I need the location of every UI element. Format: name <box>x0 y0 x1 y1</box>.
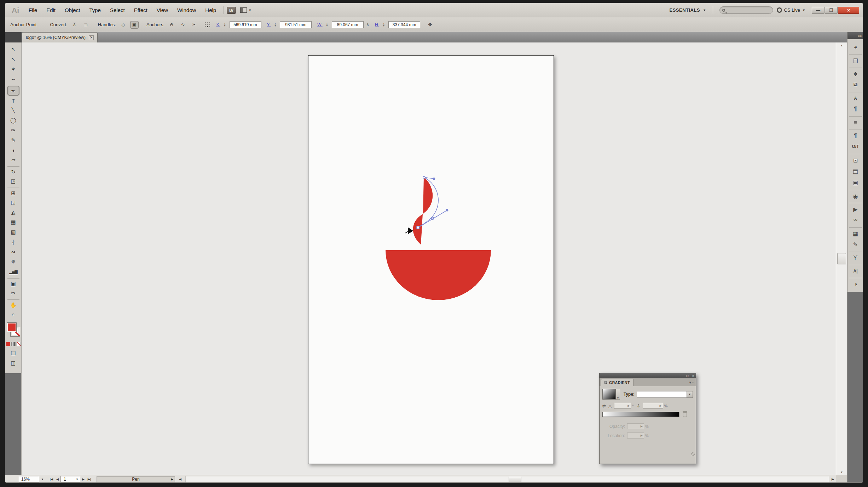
paintbrush-tool[interactable]: ✑ <box>7 125 19 135</box>
artboards-panel-icon[interactable]: ⧉ <box>849 79 862 90</box>
appearance-panel-icon[interactable]: A <box>849 92 862 103</box>
fill-swatch[interactable] <box>7 323 16 332</box>
ellipse-tool[interactable]: ◯ <box>7 115 19 125</box>
type-tool[interactable]: T <box>7 96 19 105</box>
artboard-tool[interactable]: ▣ <box>7 278 19 288</box>
y-field[interactable]: 931.51 mm <box>280 21 312 28</box>
panel-menu-icon[interactable]: ▼≡ <box>689 381 696 384</box>
gradient-tab[interactable]: GRADIENT <box>601 379 633 386</box>
first-artboard-button[interactable]: |◀ <box>48 476 54 482</box>
gradient-preset-dropdown[interactable]: ▼ <box>616 389 620 400</box>
rotate-tool[interactable]: ↻ <box>7 166 19 176</box>
convert-to-smooth-button[interactable]: ⊐ <box>82 21 90 29</box>
graphic-styles-panel-icon[interactable]: ❖ <box>849 68 862 79</box>
blob-brush-tool[interactable]: ◖ <box>7 145 19 155</box>
shape-builder-tool[interactable]: ◱ <box>7 197 19 207</box>
align-panel-icon[interactable]: ▤ <box>849 165 862 177</box>
convert-to-corner-button[interactable]: ⊼ <box>70 21 79 29</box>
w-field[interactable]: 89.067 mm <box>332 21 364 28</box>
paragraph-panel-icon[interactable]: ¶ <box>849 130 862 141</box>
scroll-left-icon[interactable]: ◀ <box>177 476 183 482</box>
handle-end-dot[interactable] <box>446 209 449 212</box>
gradient-panel-icon[interactable]: ◕ <box>849 41 862 53</box>
search-input[interactable] <box>719 6 773 14</box>
next-artboard-button[interactable]: ▶ <box>80 476 86 482</box>
vertical-scrollbar[interactable]: ▲ ▼ <box>836 42 847 475</box>
symbol-sprayer-tool[interactable]: ✵ <box>7 257 19 267</box>
scroll-up-icon[interactable]: ▲ <box>836 42 847 48</box>
hide-handles-button[interactable]: ◇ <box>119 21 127 29</box>
menu-window[interactable]: Window <box>173 6 201 15</box>
zoom-dropdown-icon[interactable]: ▼ <box>39 476 46 482</box>
pathfinder-panel-icon[interactable]: ▣ <box>849 177 862 188</box>
panel-resize-grip[interactable] <box>691 452 695 456</box>
color-panel-icon[interactable]: ◉ <box>849 190 862 201</box>
minimize-button[interactable]: — <box>812 7 824 14</box>
connect-anchors-button[interactable]: ∿ <box>179 21 187 29</box>
status-display[interactable]: Pen ▶ <box>97 476 175 483</box>
anchor-point-square[interactable] <box>417 226 419 229</box>
eyedropper-tool[interactable]: ∤ <box>7 237 19 247</box>
x-stepper[interactable]: ▲▼ <box>224 23 226 27</box>
workspace-switcher[interactable]: ESSENTIALS ▼ <box>670 7 706 13</box>
brushes-panel-icon[interactable]: ✎ <box>849 239 862 250</box>
scale-tool[interactable]: ◳ <box>7 176 19 186</box>
handle-end-dot[interactable] <box>433 178 435 180</box>
swatches-panel-icon[interactable]: ▦ <box>849 227 862 239</box>
h-field[interactable]: 337.344 mm <box>388 21 420 28</box>
previous-artboard-button[interactable]: ◀ <box>54 476 60 482</box>
zoom-tool[interactable]: ⌕ <box>7 309 19 319</box>
mesh-tool[interactable]: ▦ <box>7 217 19 227</box>
h-stepper[interactable]: ▲▼ <box>383 23 385 27</box>
x-field[interactable]: 569.919 mm <box>230 21 261 28</box>
show-handles-button[interactable]: ▣ <box>130 21 139 29</box>
artboard-number-field[interactable]: 1 ▼ <box>60 476 80 482</box>
w-label[interactable]: W: <box>317 22 322 27</box>
gradient-preview-swatch[interactable] <box>602 389 616 400</box>
panel-collapse-icon[interactable]: «« <box>686 374 689 378</box>
reverse-gradient-icon[interactable]: ⇄ <box>602 403 606 408</box>
h-label[interactable]: H: <box>375 22 379 27</box>
menu-view[interactable]: View <box>152 6 173 15</box>
opentype-panel-icon[interactable]: O/T <box>849 141 862 152</box>
transparency-panel-icon[interactable]: ❐ <box>849 55 862 66</box>
lasso-tool[interactable]: ∽ <box>7 74 19 84</box>
y-label[interactable]: Y: <box>267 22 271 27</box>
perspective-grid-tool[interactable]: ◭ <box>7 207 19 217</box>
direct-selection-tool[interactable]: ↖ <box>7 55 19 64</box>
none-button[interactable] <box>17 342 21 346</box>
zoom-level-field[interactable]: 16% <box>19 476 39 482</box>
slice-tool[interactable]: ✂ <box>7 288 19 298</box>
actions-panel-icon[interactable]: ▶ <box>849 203 862 214</box>
angle-input[interactable]: ▶ <box>614 403 631 409</box>
scroll-down-icon[interactable]: ▼ <box>836 469 847 475</box>
stroke-panel-icon[interactable]: ≡ <box>849 116 862 128</box>
line-segment-tool[interactable]: ╲ <box>7 105 19 115</box>
aspect-ratio-input[interactable]: ▶ <box>643 403 663 409</box>
gradient-tool[interactable]: ▧ <box>7 227 19 237</box>
menu-edit[interactable]: Edit <box>42 6 60 15</box>
transform-options-button[interactable]: ✥ <box>426 21 434 29</box>
vertical-scrollbar-thumb[interactable] <box>837 253 846 264</box>
character-panel-icon[interactable]: A| <box>849 265 862 276</box>
color-guide-panel-icon[interactable]: ◑ <box>849 278 862 289</box>
pencil-tool[interactable]: ✎ <box>7 135 19 145</box>
menu-effect[interactable]: Effect <box>129 6 152 15</box>
symbols-panel-icon[interactable]: ϒ <box>849 252 862 263</box>
tab-close-icon[interactable]: × <box>89 35 94 40</box>
delete-stop-icon[interactable] <box>683 412 687 417</box>
menu-type[interactable]: Type <box>85 6 105 15</box>
remove-anchor-button[interactable]: ⊖ <box>167 21 176 29</box>
eraser-tool[interactable]: ▱ <box>7 155 19 165</box>
cs-live-menu[interactable]: CS Live ▼ <box>777 7 805 13</box>
menu-object[interactable]: Object <box>60 6 85 15</box>
column-graph-tool[interactable]: ▂▅▇ <box>7 267 19 277</box>
hand-tool[interactable]: ✋ <box>7 299 19 309</box>
flame-lower-shape[interactable] <box>413 214 423 245</box>
status-menu-icon[interactable]: ▶ <box>171 477 173 481</box>
menu-select[interactable]: Select <box>105 6 129 15</box>
drawing-modes-button[interactable]: ❏ <box>7 348 19 358</box>
paragraph-styles-panel-icon[interactable]: ¶ <box>849 103 862 115</box>
pen-tool[interactable]: ✒ <box>7 86 19 96</box>
blend-tool[interactable]: ∾ <box>7 247 19 257</box>
